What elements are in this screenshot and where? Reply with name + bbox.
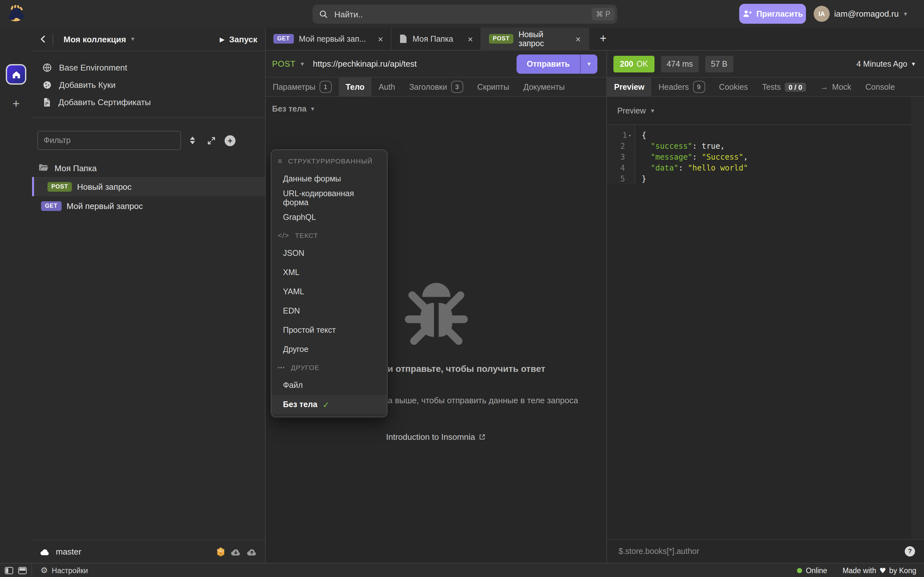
menu-section-title: ДРУГОЕ: [291, 364, 320, 371]
close-icon[interactable]: ×: [575, 34, 581, 44]
sidebar-item-cookies[interactable]: Добавить Куки: [32, 76, 265, 93]
tab-cookies[interactable]: Cookies: [712, 77, 755, 97]
menu-item-xml[interactable]: XML: [271, 263, 387, 282]
close-icon[interactable]: ×: [374, 34, 383, 44]
headers-count-badge: 3: [451, 81, 463, 93]
menu-item-other[interactable]: Другое: [271, 340, 387, 359]
url-input[interactable]: https://pechkinapi.ru/api/test: [313, 59, 511, 69]
send-button[interactable]: Отправить ▾: [517, 54, 598, 73]
document-tab-strip: GET Мой первый зап... × Моя Папка × POST…: [266, 27, 924, 51]
sidebar-request-post[interactable]: POST Новый запрос: [32, 177, 265, 196]
response-pane: 200 OK 474 ms 57 B 4 Minutes Ago ▾ Previ…: [607, 51, 924, 563]
tab-auth[interactable]: Auth: [372, 77, 402, 97]
tab-body[interactable]: Тело: [338, 77, 372, 97]
tab-folder[interactable]: Моя Папка ×: [391, 27, 481, 50]
method-badge-post: POST: [489, 34, 513, 44]
avatar[interactable]: IA: [814, 6, 830, 22]
tab-get-request[interactable]: GET Мой первый зап... ×: [266, 27, 391, 50]
tab-params[interactable]: Параметры 1: [266, 77, 338, 97]
response-history-dropdown[interactable]: 4 Minutes Ago ▾: [857, 59, 915, 68]
account-menu[interactable]: iam@romagod.ru ▾: [834, 0, 907, 27]
cloud-icon: [40, 548, 50, 556]
back-chevron-icon[interactable]: [39, 35, 47, 44]
chevron-down-icon[interactable]: ▾: [300, 61, 304, 67]
status-bar-right: Online Made with ♥ by Kong: [797, 566, 924, 575]
url-bar: POST ▾ https://pechkinapi.ru/api/test От…: [266, 51, 606, 77]
tab-mock[interactable]: → Mock: [813, 77, 859, 97]
expand-all-icon[interactable]: [207, 135, 216, 145]
method-badge-get: GET: [273, 34, 294, 44]
menu-item-url-encoded[interactable]: URL-кодированная форма: [271, 189, 387, 208]
kong-credit: Made with ♥ by Kong: [843, 566, 916, 575]
response-meta-bar: 200 OK 474 ms 57 B 4 Minutes Ago ▾: [607, 51, 924, 77]
tab-docs[interactable]: Документы: [516, 77, 572, 97]
sidebar-request-get[interactable]: GET Мой первый запрос: [32, 196, 265, 215]
insomnia-sync-cube-icon[interactable]: [216, 546, 225, 557]
request-label: Мой первый запрос: [66, 201, 143, 211]
body-type-selector[interactable]: Без тела ▾: [272, 105, 314, 113]
response-size-badge: 57 B: [705, 55, 733, 72]
menu-item-edn[interactable]: EDN: [271, 301, 387, 321]
add-workspace-button[interactable]: +: [0, 94, 32, 113]
menu-item-form-data[interactable]: Данные формы: [271, 169, 387, 189]
scrollbar-track[interactable]: [911, 97, 924, 539]
certificate-icon: [42, 97, 51, 107]
sidebar-item-base-environment[interactable]: Base Environment: [32, 59, 265, 76]
fold-caret-icon[interactable]: ▾: [628, 130, 632, 141]
run-label: Запуск: [229, 34, 257, 44]
line-number-gutter: 1▾ 2 3 4 5: [607, 125, 635, 185]
response-time-badge: 474 ms: [661, 55, 699, 72]
toggle-sidebar-icon[interactable]: [5, 566, 13, 574]
filter-input[interactable]: [37, 131, 181, 150]
cloud-pull-icon[interactable]: [230, 548, 241, 556]
response-code-editor[interactable]: 1▾ 2 3 4 5 { "success": true, "message":…: [607, 125, 924, 185]
close-icon[interactable]: ×: [461, 34, 473, 44]
sidebar-header: Моя коллекция ▾ ▶ Запуск: [32, 27, 265, 51]
tab-console[interactable]: Console: [858, 77, 902, 97]
menu-item-no-body-selected[interactable]: Без тела ✓: [271, 395, 387, 414]
method-badge-post: POST: [47, 182, 72, 191]
add-request-button[interactable]: +: [225, 135, 236, 146]
settings-button[interactable]: ⚙ Настройки: [32, 566, 88, 575]
new-tab-button[interactable]: +: [589, 27, 617, 50]
tab-label: Тело: [346, 82, 365, 91]
menu-item-graphql[interactable]: GraphQL: [271, 208, 387, 227]
search-input[interactable]: [333, 9, 591, 19]
method-selector[interactable]: POST: [272, 59, 296, 69]
insomnia-logo-icon: [7, 4, 26, 23]
preview-mode-selector[interactable]: Preview ▾: [607, 97, 924, 125]
menu-item-file[interactable]: Файл: [271, 376, 387, 395]
tab-scripts[interactable]: Скрипты: [470, 77, 516, 97]
cloud-push-icon[interactable]: [246, 548, 257, 556]
toggle-panel-icon[interactable]: [18, 566, 27, 574]
menu-section-structured: ≡ СТРУКТУРИРОВАННЫЙ: [271, 153, 387, 169]
intro-link[interactable]: Introduction to Insomnia: [266, 432, 606, 442]
tab-response-headers[interactable]: Headers 9: [652, 77, 712, 97]
home-button[interactable]: [6, 64, 26, 85]
send-options-icon[interactable]: ▾: [581, 61, 598, 67]
tab-tests[interactable]: Tests 0 / 0: [755, 77, 813, 97]
git-branch-row[interactable]: master: [32, 540, 265, 563]
invite-button[interactable]: Пригласить: [739, 4, 806, 24]
menu-item-yaml[interactable]: YAML: [271, 282, 387, 301]
collection-name[interactable]: Моя коллекция: [63, 34, 126, 44]
empty-state-hint: са выше, чтобы отправить данные в теле з…: [384, 396, 578, 405]
credit-text: by Kong: [889, 566, 916, 574]
global-search[interactable]: ⌘ P: [312, 5, 617, 24]
tab-preview[interactable]: Preview: [607, 77, 652, 97]
menu-item-plain-text[interactable]: Простой текст: [271, 321, 387, 340]
tests-count-badge: 0 / 0: [785, 82, 806, 91]
help-icon[interactable]: ?: [905, 546, 915, 556]
tab-headers[interactable]: Заголовки 3: [402, 77, 470, 97]
sort-icon[interactable]: [187, 137, 198, 144]
run-collection-button[interactable]: ▶ Запуск: [220, 34, 257, 44]
online-status[interactable]: Online: [797, 566, 827, 574]
hamburger-icon: ≡: [278, 157, 282, 165]
sidebar-item-certificates[interactable]: Добавить Сертификаты: [32, 93, 265, 111]
chevron-down-icon[interactable]: ▾: [131, 36, 134, 42]
jsonpath-filter-input[interactable]: [617, 546, 900, 556]
tab-post-request-active[interactable]: POST Новый запрос ×: [481, 27, 589, 50]
request-tabs: Параметры 1 Тело Auth Заголовки 3 Скрипт…: [266, 77, 606, 97]
menu-item-json[interactable]: JSON: [271, 243, 387, 263]
sidebar-folder-my-folder[interactable]: Моя Папка: [32, 159, 265, 177]
